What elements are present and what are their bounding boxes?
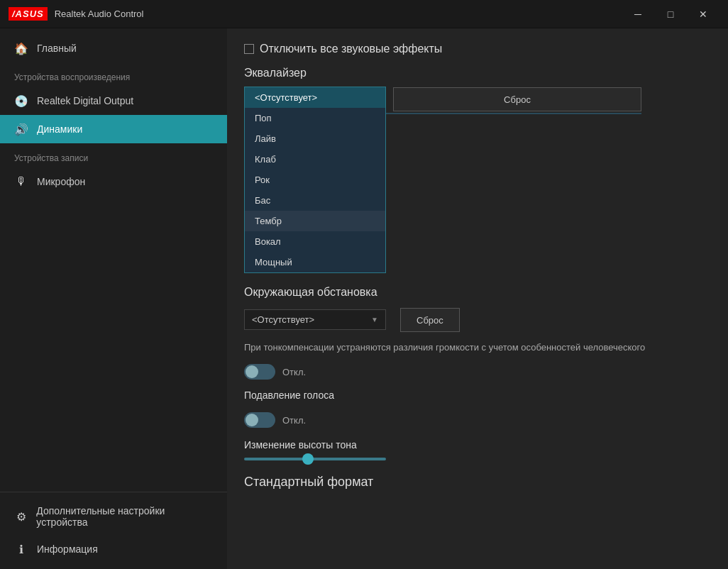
chevron-down-icon: ▼	[371, 316, 378, 324]
toggle-knob-2	[246, 414, 258, 426]
disable-effects-checkbox[interactable]	[244, 44, 254, 54]
voice-suppression-label: Подавление голоса	[244, 390, 711, 401]
eq-option-powerful[interactable]: Мощный	[245, 252, 385, 272]
eq-dropdown[interactable]: <Отсутствует> Поп Лайв Клаб Рок Бас Темб…	[244, 87, 386, 273]
digital-output-icon: 💿	[14, 94, 28, 108]
tone-compensation-toggle-row: Откл.	[244, 364, 711, 380]
equalizer-label: Эквалайзер	[244, 67, 711, 79]
equalizer-row: <Отсутствует> Поп Лайв Клаб Рок Бас Темб…	[244, 87, 711, 273]
sidebar-label-info: Информация	[37, 543, 98, 555]
sidebar-label-advanced: Дополнительные настройки устройства	[36, 505, 213, 528]
eq-option-pop[interactable]: Поп	[245, 108, 385, 128]
eq-reset-button[interactable]: Сброс	[393, 87, 641, 111]
asus-logo-text: /ASUS	[9, 7, 48, 21]
ambient-label: Окружающая обстановка	[244, 286, 711, 299]
tone-compensation-section: При тонкомпенсации устраняются различия …	[244, 342, 711, 380]
eq-option-rock[interactable]: Рок	[245, 170, 385, 190]
pitch-label: Изменение высоты тона	[244, 439, 711, 451]
eq-handle-1k[interactable]	[443, 113, 458, 114]
main-content: Отключить все звуковые эффекты Эквалайзе…	[227, 28, 728, 569]
eq-freq-labels: 500 1k 2k 4k 8k 16k	[387, 113, 641, 114]
eq-option-bass[interactable]: Бас	[245, 190, 385, 211]
sidebar-label-home: Главный	[37, 43, 77, 54]
sidebar-label-digital-output: Realtek Digital Output	[37, 95, 133, 106]
eq-option-club[interactable]: Клаб	[245, 149, 385, 170]
eq-option-live[interactable]: Лайв	[245, 128, 385, 149]
ambient-dropdown-value: <Отсутствует>	[252, 314, 314, 325]
sidebar-item-advanced[interactable]: ⚙ Дополнительные настройки устройства	[0, 498, 227, 535]
minimize-button[interactable]: ─	[622, 0, 654, 28]
sidebar-label-microphone: Микрофон	[37, 176, 85, 187]
sidebar-item-digital-output[interactable]: 💿 Realtek Digital Output	[0, 87, 227, 115]
recording-section-label: Устройства записи	[0, 143, 227, 167]
eq-graph: 500 1k 2k 4k 8k 16k	[386, 113, 641, 114]
toggle-knob	[246, 365, 258, 378]
ambient-reset-button[interactable]: Сброс	[400, 308, 460, 332]
home-icon: 🏠	[14, 41, 28, 55]
voice-suppression-toggle[interactable]	[244, 412, 275, 428]
microphone-icon: 🎙	[14, 175, 28, 189]
voice-suppression-state: Откл.	[282, 415, 306, 426]
sidebar-item-info[interactable]: ℹ Информация	[0, 535, 227, 563]
sidebar-item-home[interactable]: 🏠 Главный	[0, 34, 227, 62]
eq-handle-16k[interactable]	[612, 113, 627, 114]
standard-format-label: Стандартный формат	[244, 475, 711, 490]
voice-suppression-section: Подавление голоса Откл.	[244, 390, 711, 428]
titlebar: /ASUS Realtek Audio Control ─ □ ✕	[0, 0, 728, 28]
disable-effects-label: Отключить все звуковые эффекты	[260, 43, 442, 55]
app-logo: /ASUS Realtek Audio Control	[9, 7, 143, 21]
tone-compensation-toggle[interactable]	[244, 364, 275, 380]
eq-option-none[interactable]: <Отсутствует>	[245, 87, 385, 108]
eq-option-treble[interactable]: Тембр	[245, 211, 385, 231]
playback-section-label: Устройства воспроизведения	[0, 62, 227, 87]
tone-compensation-label: При тонкомпенсации устраняются различия …	[244, 342, 711, 353]
tone-compensation-state: Откл.	[282, 367, 306, 377]
pitch-slider-handle[interactable]	[302, 453, 314, 465]
pitch-slider-track	[244, 458, 386, 460]
eq-handle-8k[interactable]	[570, 113, 585, 114]
maximize-button[interactable]: □	[654, 0, 687, 28]
disable-effects-row: Отключить все звуковые эффекты	[244, 43, 711, 55]
ambient-row: <Отсутствует> ▼ Сброс	[244, 307, 711, 332]
sidebar-item-microphone[interactable]: 🎙 Микрофон	[0, 167, 227, 196]
eq-handle-2k[interactable]	[485, 113, 500, 114]
close-button[interactable]: ✕	[687, 0, 719, 28]
eq-handle-500[interactable]	[400, 113, 416, 114]
sidebar-bottom: ⚙ Дополнительные настройки устройства ℹ …	[0, 492, 227, 569]
gear-icon: ⚙	[14, 509, 28, 524]
info-icon: ℹ	[14, 542, 28, 556]
eq-option-vocal[interactable]: Вокал	[245, 231, 385, 252]
speakers-icon: 🔊	[14, 122, 28, 136]
sidebar-label-speakers: Динамики	[37, 123, 82, 135]
ambient-dropdown[interactable]: <Отсутствует> ▼	[244, 309, 386, 330]
ambient-section: Окружающая обстановка <Отсутствует> ▼ Сб…	[244, 286, 711, 332]
sidebar: 🏠 Главный Устройства воспроизведения 💿 R…	[0, 28, 227, 569]
window-controls: ─ □ ✕	[622, 0, 719, 28]
app-title: Realtek Audio Control	[55, 9, 144, 19]
sidebar-item-speakers[interactable]: 🔊 Динамики	[0, 115, 227, 143]
voice-suppression-toggle-row: Откл.	[244, 412, 711, 428]
pitch-section: Изменение высоты тона	[244, 439, 711, 460]
eq-handle-4k[interactable]	[527, 113, 543, 114]
